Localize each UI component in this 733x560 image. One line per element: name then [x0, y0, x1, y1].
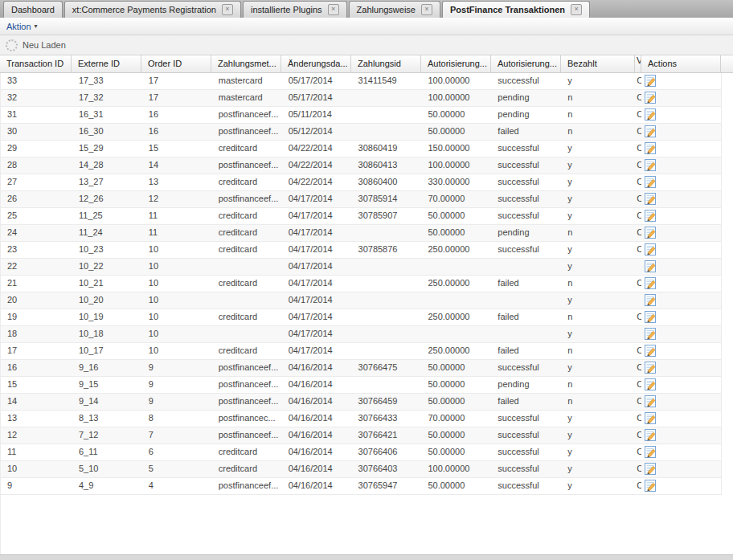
table-row[interactable]: 127_127postfinanceef...04/16/20143076642…: [1, 427, 722, 444]
table-row[interactable]: 105_105creditcard04/16/201430766403100.0…: [1, 461, 722, 478]
edit-action-button[interactable]: [645, 429, 657, 441]
cell: creditcard: [212, 141, 282, 157]
table-row[interactable]: 149_149postfinanceef...04/16/20143076645…: [1, 394, 722, 411]
edit-action-button[interactable]: [645, 92, 657, 104]
menu-item-aktion[interactable]: Aktion ▾: [6, 22, 38, 31]
cell: 70.00000: [421, 191, 491, 207]
table-row[interactable]: 169_169postfinanceef...04/16/20143076647…: [1, 360, 722, 377]
table-row[interactable]: 159_159postfinanceef...04/16/201450.0000…: [1, 377, 722, 394]
edit-action-button[interactable]: [645, 227, 657, 239]
tab-postfinance-transaktionen[interactable]: PostFinance Transaktionen×: [442, 1, 590, 18]
table-row[interactable]: 1910_1910creditcard04/17/2014250.00000fa…: [1, 309, 722, 326]
edit-action-button[interactable]: [645, 378, 657, 390]
edit-action-button[interactable]: [645, 193, 657, 205]
table-row[interactable]: 2310_2310creditcard04/17/201430785876250…: [1, 242, 722, 259]
edit-action-button[interactable]: [645, 480, 657, 492]
cell: pending: [491, 377, 561, 393]
tab-close-icon[interactable]: ×: [571, 4, 582, 15]
cell: 23: [1, 242, 72, 258]
tab-close-icon[interactable]: ×: [328, 4, 339, 15]
tab-close-icon[interactable]: ×: [222, 4, 233, 15]
table-row[interactable]: 94_94postfinanceef...04/16/2014307659475…: [1, 478, 722, 495]
cell: 04/17/2014: [282, 343, 352, 359]
cell: postfinanceef...: [212, 394, 282, 410]
table-row[interactable]: 2210_221004/17/2014y: [1, 259, 722, 276]
reload-button[interactable]: Neu Laden: [6, 39, 66, 51]
edit-action-button[interactable]: [645, 176, 657, 188]
table-row[interactable]: 2010_201004/17/2014y: [1, 292, 722, 309]
tab-close-icon[interactable]: ×: [421, 4, 432, 15]
edit-action-button[interactable]: [645, 395, 657, 407]
edit-action-button[interactable]: [645, 412, 657, 424]
column-header-order-id[interactable]: Order ID: [141, 55, 211, 72]
column-header-bezahlt[interactable]: Bezahlt: [561, 55, 635, 72]
cell: 70.00000: [421, 411, 491, 427]
table-row[interactable]: 2713_2713creditcard04/22/201430860400330…: [1, 174, 722, 191]
column-header-zahlungsid[interactable]: Zahlungsid: [351, 55, 421, 72]
cell: 04/16/2014: [282, 377, 352, 393]
table-row[interactable]: 1710_1710creditcard04/17/2014250.00000fa…: [1, 343, 722, 360]
cell: [635, 259, 641, 275]
table-row[interactable]: 3116_3116postfinanceef...05/11/201450.00…: [1, 107, 722, 124]
cell: 12: [1, 427, 72, 444]
edit-action-button[interactable]: [645, 75, 657, 87]
edit-action-button[interactable]: [645, 108, 657, 121]
cell: 13: [1, 411, 72, 427]
edit-action-button[interactable]: [645, 328, 657, 340]
edit-action-button[interactable]: [645, 210, 657, 222]
table-row[interactable]: 2511_2511creditcard04/17/20143078590750.…: [1, 208, 722, 225]
cell: 50.00000: [421, 208, 491, 224]
cell: 24: [1, 225, 72, 241]
edit-action-button[interactable]: [645, 463, 657, 475]
edit-action-button[interactable]: [645, 294, 657, 306]
table-row[interactable]: 3016_3016postfinanceef...05/12/201450.00…: [1, 124, 722, 141]
table-row[interactable]: 2915_2915creditcard04/22/201430860419150…: [1, 141, 722, 157]
table-row[interactable]: 116_116creditcard04/16/20143076640650.00…: [1, 444, 722, 461]
edit-action-button[interactable]: [645, 446, 657, 458]
cell: y: [561, 360, 635, 376]
tab-xt-commerce-payments-registration[interactable]: xt:Commerce Payments Registration×: [64, 1, 241, 18]
edit-action-button[interactable]: [645, 311, 657, 323]
edit-action-button[interactable]: [645, 260, 657, 272]
column-header-zahlungsmet[interactable]: Zahlungsmet...: [211, 55, 281, 72]
cell: successful: [491, 411, 561, 427]
tab-zahlungsweise[interactable]: Zahlungsweise×: [349, 1, 440, 18]
column-header-autorisierung-7[interactable]: Autorisierung...: [491, 55, 561, 72]
edit-action-button[interactable]: [645, 243, 657, 255]
table-row[interactable]: 1810_181004/17/2014y: [1, 326, 722, 343]
tab-installierte-plugins[interactable]: installierte Plugins×: [243, 1, 347, 18]
cell: 04/22/2014: [282, 174, 352, 190]
tab-dashboard[interactable]: Dashboard: [3, 1, 63, 18]
table-row[interactable]: 2411_2411creditcard04/17/201450.00000pen…: [1, 225, 722, 242]
table-row[interactable]: 138_138postfinancec...04/16/201430766433…: [1, 411, 722, 427]
edit-action-button[interactable]: [645, 125, 657, 137]
cell: 11: [142, 208, 212, 224]
edit-action-button[interactable]: [645, 345, 657, 357]
cell: creditcard: [212, 461, 282, 477]
table-row[interactable]: 2612_2612postfinanceef...04/17/201430785…: [1, 191, 722, 208]
actions-cell: [641, 411, 721, 427]
cell: postfinanceef...: [212, 191, 282, 207]
column-header-autorisierung[interactable]: Autorisierung...: [421, 55, 491, 72]
cell: n: [561, 343, 635, 359]
column-header-actions[interactable]: Actions: [641, 55, 721, 72]
actions-cell: [641, 157, 721, 174]
column-header-v[interactable]: V: [635, 55, 641, 72]
column-header-transaction-id[interactable]: Transaction ID: [0, 55, 72, 72]
edit-action-button[interactable]: [645, 362, 657, 374]
cell: 18: [1, 326, 72, 342]
table-row[interactable]: 3317_3317mastercard05/17/201431411549100…: [1, 73, 722, 90]
cell: 50.00000: [421, 444, 491, 460]
edit-action-button[interactable]: [645, 277, 657, 289]
cell: 30766421: [352, 427, 422, 444]
cell: 30860413: [352, 157, 422, 174]
table-row[interactable]: 2110_2110creditcard04/17/2014250.00000fa…: [1, 276, 722, 292]
edit-action-button[interactable]: [645, 159, 657, 171]
table-row[interactable]: 2814_2814postfinanceef...04/22/201430860…: [1, 157, 722, 174]
cell: 15: [142, 141, 212, 157]
column-header-nderungsda[interactable]: Änderungsda...: [281, 55, 351, 72]
edit-action-button[interactable]: [645, 142, 657, 154]
table-row[interactable]: 3217_3217mastercard05/17/2014100.00000pe…: [1, 90, 722, 107]
column-header-externe-id[interactable]: Externe ID: [72, 55, 141, 72]
cell: 100.00000: [421, 90, 491, 106]
